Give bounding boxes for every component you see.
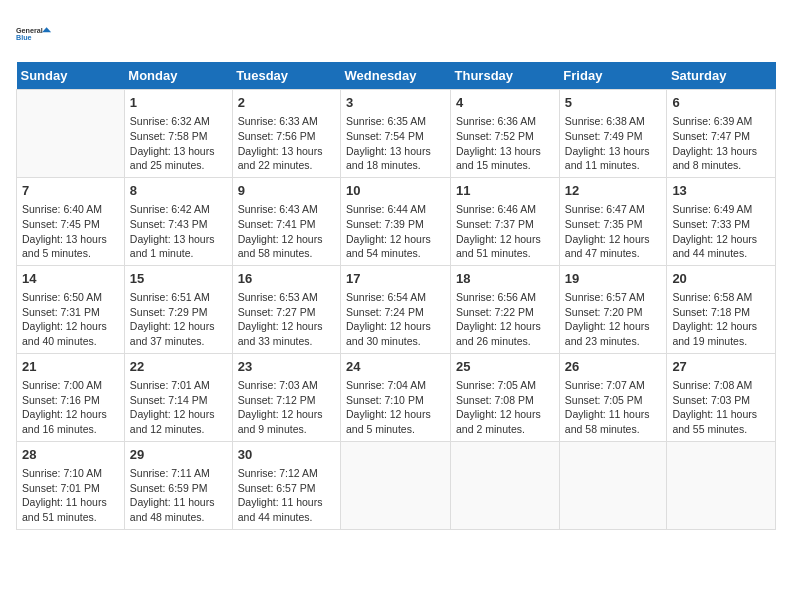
calendar-week-row: 21Sunrise: 7:00 AM Sunset: 7:16 PM Dayli… (17, 353, 776, 441)
day-info: Sunrise: 6:33 AM Sunset: 7:56 PM Dayligh… (238, 114, 335, 173)
calendar-cell: 20Sunrise: 6:58 AM Sunset: 7:18 PM Dayli… (667, 265, 776, 353)
day-info: Sunrise: 6:36 AM Sunset: 7:52 PM Dayligh… (456, 114, 554, 173)
calendar-week-row: 14Sunrise: 6:50 AM Sunset: 7:31 PM Dayli… (17, 265, 776, 353)
day-number: 29 (130, 446, 227, 464)
calendar-cell: 13Sunrise: 6:49 AM Sunset: 7:33 PM Dayli… (667, 177, 776, 265)
day-info: Sunrise: 6:39 AM Sunset: 7:47 PM Dayligh… (672, 114, 770, 173)
svg-marker-2 (42, 27, 51, 32)
calendar-week-row: 1Sunrise: 6:32 AM Sunset: 7:58 PM Daylig… (17, 90, 776, 178)
day-number: 8 (130, 182, 227, 200)
calendar-cell: 11Sunrise: 6:46 AM Sunset: 7:37 PM Dayli… (451, 177, 560, 265)
calendar-table: SundayMondayTuesdayWednesdayThursdayFrid… (16, 62, 776, 530)
day-info: Sunrise: 7:05 AM Sunset: 7:08 PM Dayligh… (456, 378, 554, 437)
day-info: Sunrise: 6:47 AM Sunset: 7:35 PM Dayligh… (565, 202, 662, 261)
day-number: 13 (672, 182, 770, 200)
calendar-cell (341, 441, 451, 529)
day-info: Sunrise: 6:50 AM Sunset: 7:31 PM Dayligh… (22, 290, 119, 349)
day-number: 19 (565, 270, 662, 288)
calendar-cell: 1Sunrise: 6:32 AM Sunset: 7:58 PM Daylig… (124, 90, 232, 178)
calendar-cell: 3Sunrise: 6:35 AM Sunset: 7:54 PM Daylig… (341, 90, 451, 178)
calendar-cell: 19Sunrise: 6:57 AM Sunset: 7:20 PM Dayli… (559, 265, 667, 353)
day-number: 11 (456, 182, 554, 200)
calendar-cell: 18Sunrise: 6:56 AM Sunset: 7:22 PM Dayli… (451, 265, 560, 353)
day-number: 3 (346, 94, 445, 112)
calendar-cell (17, 90, 125, 178)
day-info: Sunrise: 6:53 AM Sunset: 7:27 PM Dayligh… (238, 290, 335, 349)
calendar-cell: 12Sunrise: 6:47 AM Sunset: 7:35 PM Dayli… (559, 177, 667, 265)
day-number: 12 (565, 182, 662, 200)
day-number: 22 (130, 358, 227, 376)
day-info: Sunrise: 6:44 AM Sunset: 7:39 PM Dayligh… (346, 202, 445, 261)
weekday-header-wednesday: Wednesday (341, 62, 451, 90)
calendar-cell: 8Sunrise: 6:42 AM Sunset: 7:43 PM Daylig… (124, 177, 232, 265)
day-number: 24 (346, 358, 445, 376)
calendar-cell: 25Sunrise: 7:05 AM Sunset: 7:08 PM Dayli… (451, 353, 560, 441)
day-info: Sunrise: 6:57 AM Sunset: 7:20 PM Dayligh… (565, 290, 662, 349)
day-number: 26 (565, 358, 662, 376)
day-number: 15 (130, 270, 227, 288)
day-info: Sunrise: 6:49 AM Sunset: 7:33 PM Dayligh… (672, 202, 770, 261)
calendar-cell: 14Sunrise: 6:50 AM Sunset: 7:31 PM Dayli… (17, 265, 125, 353)
day-info: Sunrise: 6:46 AM Sunset: 7:37 PM Dayligh… (456, 202, 554, 261)
day-number: 25 (456, 358, 554, 376)
day-info: Sunrise: 6:32 AM Sunset: 7:58 PM Dayligh… (130, 114, 227, 173)
day-number: 28 (22, 446, 119, 464)
day-number: 7 (22, 182, 119, 200)
day-number: 18 (456, 270, 554, 288)
calendar-cell: 17Sunrise: 6:54 AM Sunset: 7:24 PM Dayli… (341, 265, 451, 353)
calendar-cell: 23Sunrise: 7:03 AM Sunset: 7:12 PM Dayli… (232, 353, 340, 441)
logo: GeneralBlue (16, 16, 52, 52)
day-number: 27 (672, 358, 770, 376)
day-number: 20 (672, 270, 770, 288)
day-info: Sunrise: 6:56 AM Sunset: 7:22 PM Dayligh… (456, 290, 554, 349)
day-info: Sunrise: 7:12 AM Sunset: 6:57 PM Dayligh… (238, 466, 335, 525)
day-info: Sunrise: 7:07 AM Sunset: 7:05 PM Dayligh… (565, 378, 662, 437)
day-number: 2 (238, 94, 335, 112)
weekday-header-row: SundayMondayTuesdayWednesdayThursdayFrid… (17, 62, 776, 90)
weekday-header-sunday: Sunday (17, 62, 125, 90)
calendar-cell: 30Sunrise: 7:12 AM Sunset: 6:57 PM Dayli… (232, 441, 340, 529)
calendar-cell: 24Sunrise: 7:04 AM Sunset: 7:10 PM Dayli… (341, 353, 451, 441)
day-info: Sunrise: 6:42 AM Sunset: 7:43 PM Dayligh… (130, 202, 227, 261)
day-number: 14 (22, 270, 119, 288)
calendar-cell: 2Sunrise: 6:33 AM Sunset: 7:56 PM Daylig… (232, 90, 340, 178)
calendar-cell: 5Sunrise: 6:38 AM Sunset: 7:49 PM Daylig… (559, 90, 667, 178)
day-number: 4 (456, 94, 554, 112)
day-info: Sunrise: 7:01 AM Sunset: 7:14 PM Dayligh… (130, 378, 227, 437)
day-number: 1 (130, 94, 227, 112)
calendar-cell: 9Sunrise: 6:43 AM Sunset: 7:41 PM Daylig… (232, 177, 340, 265)
day-info: Sunrise: 6:58 AM Sunset: 7:18 PM Dayligh… (672, 290, 770, 349)
weekday-header-saturday: Saturday (667, 62, 776, 90)
day-number: 30 (238, 446, 335, 464)
weekday-header-tuesday: Tuesday (232, 62, 340, 90)
weekday-header-monday: Monday (124, 62, 232, 90)
calendar-cell: 15Sunrise: 6:51 AM Sunset: 7:29 PM Dayli… (124, 265, 232, 353)
day-number: 16 (238, 270, 335, 288)
day-info: Sunrise: 6:38 AM Sunset: 7:49 PM Dayligh… (565, 114, 662, 173)
day-info: Sunrise: 7:11 AM Sunset: 6:59 PM Dayligh… (130, 466, 227, 525)
calendar-cell: 28Sunrise: 7:10 AM Sunset: 7:01 PM Dayli… (17, 441, 125, 529)
day-info: Sunrise: 7:00 AM Sunset: 7:16 PM Dayligh… (22, 378, 119, 437)
day-number: 10 (346, 182, 445, 200)
logo-icon: GeneralBlue (16, 16, 52, 52)
page-header: GeneralBlue (16, 16, 776, 52)
day-info: Sunrise: 6:35 AM Sunset: 7:54 PM Dayligh… (346, 114, 445, 173)
svg-text:Blue: Blue (16, 33, 32, 42)
calendar-cell: 22Sunrise: 7:01 AM Sunset: 7:14 PM Dayli… (124, 353, 232, 441)
calendar-cell (559, 441, 667, 529)
calendar-cell: 7Sunrise: 6:40 AM Sunset: 7:45 PM Daylig… (17, 177, 125, 265)
calendar-cell: 10Sunrise: 6:44 AM Sunset: 7:39 PM Dayli… (341, 177, 451, 265)
calendar-cell: 27Sunrise: 7:08 AM Sunset: 7:03 PM Dayli… (667, 353, 776, 441)
calendar-cell: 26Sunrise: 7:07 AM Sunset: 7:05 PM Dayli… (559, 353, 667, 441)
calendar-cell (667, 441, 776, 529)
day-number: 23 (238, 358, 335, 376)
day-number: 6 (672, 94, 770, 112)
calendar-cell: 29Sunrise: 7:11 AM Sunset: 6:59 PM Dayli… (124, 441, 232, 529)
calendar-cell (451, 441, 560, 529)
day-number: 17 (346, 270, 445, 288)
day-info: Sunrise: 6:54 AM Sunset: 7:24 PM Dayligh… (346, 290, 445, 349)
day-number: 5 (565, 94, 662, 112)
day-info: Sunrise: 6:40 AM Sunset: 7:45 PM Dayligh… (22, 202, 119, 261)
day-info: Sunrise: 7:10 AM Sunset: 7:01 PM Dayligh… (22, 466, 119, 525)
weekday-header-friday: Friday (559, 62, 667, 90)
